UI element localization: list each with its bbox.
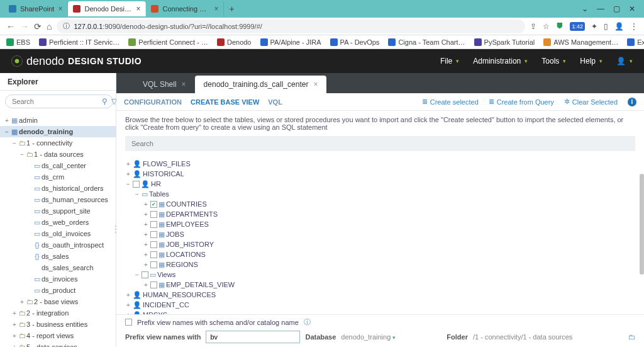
schema-row[interactable]: +▦JOBS [125, 229, 635, 239]
browser-tab[interactable]: Connecting Data Sou…× [146, 1, 224, 16]
toggle-icon[interactable]: + [125, 171, 131, 178]
prefix-input[interactable] [206, 331, 300, 343]
menu-help[interactable]: Help [580, 57, 602, 65]
schema-row[interactable]: +👤MDSYS [125, 310, 635, 314]
toggle-icon[interactable]: + [143, 221, 149, 228]
maximize-icon[interactable]: ▢ [613, 4, 620, 13]
reading-icon[interactable]: ▯ [604, 22, 608, 31]
extensions-icon[interactable]: ✦ [591, 22, 597, 31]
close-icon[interactable]: × [313, 80, 318, 89]
toggle-icon[interactable]: − [19, 151, 25, 158]
toggle-icon[interactable]: + [143, 241, 149, 248]
bookmark-item[interactable]: Perficient Connect - … [128, 38, 208, 46]
new-tab-button[interactable]: + [224, 1, 239, 16]
site-info-icon[interactable]: ⓘ [63, 21, 70, 31]
chevron-down-icon[interactable]: ⌄ [582, 4, 588, 13]
toggle-icon[interactable]: + [143, 251, 149, 258]
schema-row[interactable]: −▭Tables [125, 189, 635, 199]
tree-node[interactable]: −🗀1 - data sources [0, 149, 116, 160]
tree-node[interactable]: +🗀3 - business entities [0, 319, 116, 330]
close-icon[interactable]: ✕ [629, 4, 635, 13]
close-icon[interactable]: × [58, 4, 62, 13]
tree-node[interactable]: +🗀2 - integration [0, 307, 116, 319]
database-dropdown[interactable]: denodo_training [341, 333, 441, 341]
share-icon[interactable]: ⇪ [530, 22, 536, 31]
address-bar[interactable]: ⓘ 127.0.0.1:9090/denodo-design-studio/?u… [57, 20, 525, 33]
browser-tab[interactable]: SharePoint× [4, 1, 68, 16]
tree-node[interactable]: +🗀2 - base views [0, 296, 116, 307]
subnav-create-base-view[interactable]: CREATE BASE VIEW [191, 98, 259, 106]
checkbox[interactable] [150, 241, 157, 248]
tree-node[interactable]: ▭ds_product [0, 285, 116, 296]
tree-node[interactable]: {}ds_sales [0, 251, 116, 262]
schema-row[interactable]: +▦JOB_HISTORY [125, 239, 635, 249]
calendar-icon[interactable]: 1:42 [570, 22, 585, 31]
tree-node[interactable]: ▭ds_invoices [0, 273, 116, 285]
tree-node[interactable]: +🗀4 - report views [0, 330, 116, 341]
bookmark-item[interactable]: PA - DevOps [330, 38, 380, 46]
bookmark-item[interactable]: PySpark Tutorial [474, 38, 535, 46]
clear-selected-button[interactable]: ✲Clear Selected [564, 98, 618, 106]
tree-node[interactable]: ds_sales_search [0, 262, 116, 273]
schema-row[interactable]: −👤HR [125, 179, 635, 189]
explorer-search-input[interactable] [5, 94, 113, 108]
bookmark-item[interactable]: AWS Management… [543, 38, 618, 46]
star-icon[interactable]: ☆ [543, 22, 550, 31]
menu-tools[interactable]: Tools [541, 57, 566, 65]
toggle-icon[interactable]: + [11, 333, 18, 339]
tree-node[interactable]: +🗀5 - data services [0, 341, 116, 347]
forward-button[interactable]: → [20, 21, 29, 31]
checkbox[interactable] [150, 221, 157, 228]
toggle-icon[interactable]: + [11, 344, 18, 348]
checkbox[interactable] [150, 231, 157, 238]
checkbox[interactable] [142, 271, 148, 278]
toggle-icon[interactable]: − [134, 271, 140, 278]
toggle-icon[interactable]: − [4, 128, 10, 135]
checkbox[interactable] [150, 282, 157, 288]
toggle-icon[interactable]: − [125, 181, 131, 188]
toggle-icon[interactable]: + [11, 321, 18, 328]
tree-node[interactable]: ▭ds_crm [0, 171, 116, 183]
tree-node[interactable]: ▭ds_human_resources [0, 194, 116, 205]
scrollbar[interactable] [640, 149, 644, 334]
back-button[interactable]: ← [6, 21, 15, 31]
bookmark-item[interactable]: Perficient :: IT Servic… [39, 38, 119, 46]
schema-row[interactable]: +👤HUMAN_RESOURCES [125, 290, 635, 300]
tree-node[interactable]: +▦admin [0, 115, 116, 126]
shopping-icon[interactable]: ⛊ [556, 22, 564, 31]
close-icon[interactable]: × [182, 80, 186, 89]
bookmark-item[interactable]: Cigna - Team Chart… [388, 38, 465, 46]
tree-node[interactable]: ▭ds_web_orders [0, 217, 116, 228]
schema-row[interactable]: +▦EMP_DETAILS_VIEW [125, 280, 635, 290]
kebab-icon[interactable]: ⋮ [630, 22, 638, 31]
toggle-icon[interactable]: − [134, 191, 140, 198]
tree-node[interactable]: ▭ds_historical_orders [0, 183, 116, 194]
toggle-icon[interactable]: + [125, 161, 131, 168]
checkbox[interactable] [150, 201, 157, 208]
toggle-icon[interactable]: + [143, 201, 149, 208]
toggle-icon[interactable]: + [4, 117, 10, 124]
schema-row[interactable]: +👤FLOWS_FILES [125, 159, 635, 169]
bookmark-item[interactable]: Express Scripts Citri… [627, 38, 644, 46]
close-icon[interactable]: × [214, 4, 218, 13]
toggle-icon[interactable]: − [11, 140, 18, 147]
tree-node[interactable]: ▭ds_support_site [0, 205, 116, 217]
toggle-icon[interactable]: + [11, 310, 18, 317]
schema-row[interactable]: +👤INCIDENT_CC [125, 300, 635, 310]
tree-node[interactable]: ▭ds_call_center [0, 160, 116, 171]
close-icon[interactable]: × [136, 4, 140, 13]
menu-file[interactable]: File [440, 57, 459, 65]
avatar-icon[interactable]: 👤 [614, 22, 624, 31]
tree-node[interactable]: −🗀1 - connectivity [0, 137, 116, 149]
user-menu[interactable]: 👤 [616, 57, 633, 65]
schema-search-input[interactable] [125, 136, 635, 151]
schema-row[interactable]: +▦DEPARTMENTS [125, 209, 635, 219]
tree-node[interactable]: −▦denodo_training [0, 126, 116, 137]
toggle-icon[interactable]: + [143, 282, 149, 288]
create-from-query-button[interactable]: ≣Create from Query [489, 98, 554, 106]
schema-row[interactable]: +👤HISTORICAL [125, 169, 635, 179]
subnav-configuration[interactable]: CONFIGURATION [124, 98, 182, 106]
minimize-icon[interactable]: — [597, 4, 604, 13]
schema-row[interactable]: +▦LOCATIONS [125, 249, 635, 259]
toggle-icon[interactable]: + [143, 231, 149, 238]
